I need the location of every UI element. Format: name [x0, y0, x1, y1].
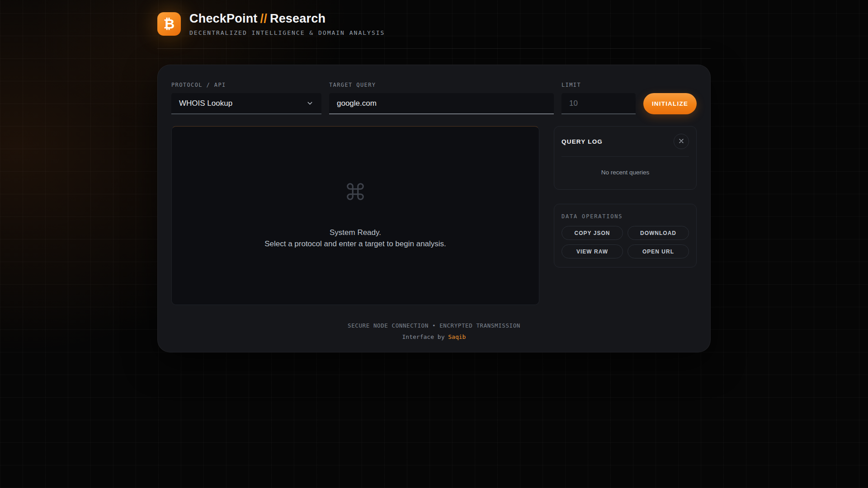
page: ₿ CheckPoint//Research DECENTRALIZED INT…: [0, 0, 868, 488]
security-status-text: SECURE NODE CONNECTION • ENCRYPTED TRANS…: [171, 322, 697, 329]
credit-author-link[interactable]: Saqib: [448, 333, 466, 340]
limit-label: LIMIT: [561, 82, 636, 88]
download-button[interactable]: DOWNLOAD: [627, 226, 689, 240]
results-display-panel: System Ready. Select a protocol and ente…: [171, 126, 539, 305]
credit-line: Interface by Saqib: [171, 333, 697, 340]
close-query-log-button[interactable]: [674, 134, 689, 149]
protocol-label: PROTOCOL / API: [171, 82, 321, 88]
target-query-input[interactable]: [329, 93, 554, 114]
site-header: ₿ CheckPoint//Research DECENTRALIZED INT…: [157, 0, 711, 49]
title-primary: CheckPoint: [189, 12, 258, 25]
data-operations-panel: DATA OPERATIONS COPY JSON DOWNLOAD VIEW …: [554, 204, 697, 267]
content-row: System Ready. Select a protocol and ente…: [171, 126, 697, 305]
protocol-select[interactable]: WHOIS Lookup: [171, 93, 321, 114]
query-log-header: QUERY LOG: [561, 134, 689, 149]
right-sidebar: QUERY LOG No recent queries DATA OPERATI…: [554, 126, 697, 267]
query-log-panel: QUERY LOG No recent queries: [554, 126, 697, 190]
initialize-button[interactable]: INITIALIZE: [643, 93, 697, 114]
data-operations-buttons: COPY JSON DOWNLOAD VIEW RAW OPEN URL: [561, 226, 689, 258]
limit-input[interactable]: [561, 93, 636, 114]
query-log-title: QUERY LOG: [561, 138, 603, 145]
target-field-group: TARGET QUERY: [329, 82, 554, 114]
query-log-empty-message: No recent queries: [561, 157, 689, 189]
page-title: CheckPoint//Research: [189, 12, 385, 26]
title-secondary: Research: [270, 12, 326, 25]
main-card: PROTOCOL / API WHOIS Lookup TARGET QUERY…: [157, 65, 711, 352]
chevron-down-icon: [306, 99, 314, 107]
protocol-selected-value: WHOIS Lookup: [179, 99, 232, 108]
close-icon: [678, 137, 685, 146]
copy-json-button[interactable]: COPY JSON: [561, 226, 623, 240]
command-icon: [345, 181, 366, 204]
bitcoin-symbol: ₿: [164, 16, 175, 32]
query-form: PROTOCOL / API WHOIS Lookup TARGET QUERY…: [171, 82, 697, 114]
credit-prefix: Interface by: [402, 333, 448, 340]
view-raw-button[interactable]: VIEW RAW: [561, 244, 623, 258]
data-operations-title: DATA OPERATIONS: [561, 213, 689, 220]
header-titles: CheckPoint//Research DECENTRALIZED INTEL…: [189, 12, 385, 36]
status-line-2: Select a protocol and enter a target to …: [264, 239, 446, 250]
target-query-label: TARGET QUERY: [329, 82, 554, 88]
title-separator: //: [258, 12, 270, 25]
protocol-field-group: PROTOCOL / API WHOIS Lookup: [171, 82, 321, 114]
status-message: System Ready. Select a protocol and ente…: [264, 227, 446, 249]
limit-field-group: LIMIT: [561, 82, 636, 114]
open-url-button[interactable]: OPEN URL: [627, 244, 689, 258]
bitcoin-logo-icon: ₿: [157, 12, 181, 36]
card-footer: SECURE NODE CONNECTION • ENCRYPTED TRANS…: [171, 322, 697, 340]
status-line-1: System Ready.: [264, 227, 446, 239]
page-subtitle: DECENTRALIZED INTELLIGENCE & DOMAIN ANAL…: [189, 29, 385, 36]
